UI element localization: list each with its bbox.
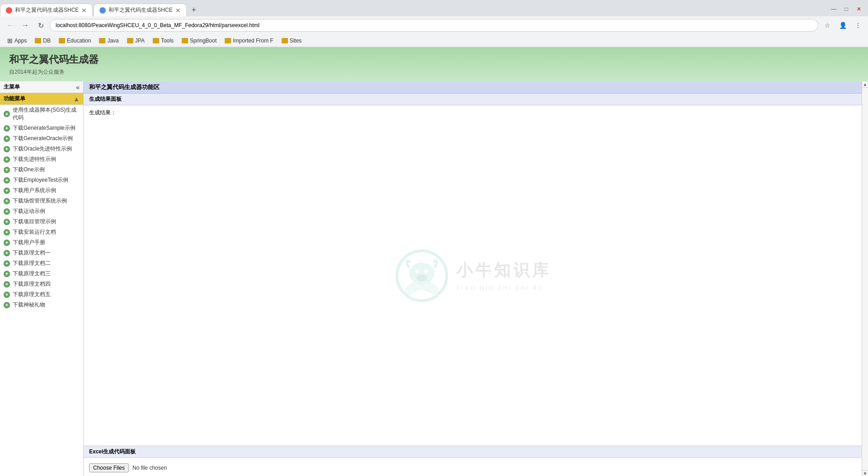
sidebar-item-item8[interactable]: 下载用户系统示例: [0, 185, 83, 196]
tab-close-btn[interactable]: ✕: [81, 7, 87, 14]
sidebar-item-icon: [4, 111, 10, 117]
sidebar-item-icon: [4, 188, 10, 194]
sidebar-item-item19[interactable]: 下载神秘礼物: [0, 300, 83, 310]
bookmark-label: Java: [107, 38, 118, 44]
folder-icon: [99, 38, 105, 43]
profile-icon[interactable]: 👤: [836, 19, 849, 32]
sidebar-item-icon: [4, 292, 10, 298]
sidebar-item-label: 下载原理文档二: [13, 259, 51, 267]
func-menu-label: 功能菜单: [4, 95, 25, 103]
sidebar-item-item11[interactable]: 下载项目管理示例: [0, 217, 83, 227]
sidebar-item-label: 下载用户手册: [13, 239, 45, 246]
sidebar-item-label: 下载GenerateSample示例: [13, 124, 75, 132]
main-menu-label: 主菜单: [4, 83, 20, 91]
bookmark-label: Imported From F: [233, 38, 273, 44]
sidebar-item-item14[interactable]: 下载原理文档一: [0, 248, 83, 258]
minimize-btn[interactable]: —: [828, 4, 839, 14]
sidebar-item-label: 下载Oracle先进特性示例: [13, 145, 72, 153]
sidebar-item-item2[interactable]: 下载GenerateSample示例: [0, 123, 83, 133]
svg-point-0: [397, 251, 447, 301]
bookmark-label: Sites: [290, 38, 302, 44]
reload-btn[interactable]: ↻: [34, 19, 47, 32]
bookmark-education[interactable]: Education: [55, 37, 94, 45]
sidebar-item-item5[interactable]: 下载先进特性示例: [0, 154, 83, 165]
folder-icon: [282, 38, 288, 43]
func-collapse-btn[interactable]: ▲: [73, 95, 80, 103]
bookmark-star-icon[interactable]: ☆: [821, 19, 834, 32]
result-panel-header: 生成结果面板: [84, 94, 862, 105]
sidebar-item-icon: [4, 229, 10, 236]
sidebar-item-item18[interactable]: 下载原理文档五: [0, 289, 83, 300]
sidebar-item-label: 下载先进特性示例: [13, 156, 56, 163]
back-btn[interactable]: ←: [4, 19, 16, 32]
bookmark-java[interactable]: Java: [95, 37, 122, 45]
bookmark-label: Tools: [161, 38, 174, 44]
apps-grid-icon: ⊞: [7, 37, 13, 44]
sidebar-item-item3[interactable]: 下载GenerateOracle示例: [0, 133, 83, 144]
sidebar-item-label: 下载用户系统示例: [13, 187, 56, 194]
sidebar-collapse-btn[interactable]: «: [76, 84, 80, 91]
svg-point-3: [425, 269, 428, 273]
choose-files-button[interactable]: Choose Files: [89, 463, 129, 472]
sidebar-item-icon: [4, 219, 10, 225]
sidebar-item-item17[interactable]: 下载原理文档四: [0, 279, 83, 289]
sidebar-item-icon: [4, 136, 10, 142]
bookmark-db[interactable]: DB: [31, 37, 54, 45]
browser-tab-tab1[interactable]: 和平之翼代码生成器SHCE ✕: [0, 4, 93, 16]
menu-icon[interactable]: ⋮: [852, 19, 864, 32]
sidebar-item-label: 下载One示例: [13, 166, 45, 174]
sidebar-item-icon: [4, 177, 10, 184]
sidebar-item-item13[interactable]: 下载用户手册: [0, 237, 83, 248]
tab-title: 和平之翼代码生成器SHCE: [108, 6, 172, 14]
sidebar-item-item7[interactable]: 下载EmployeeTest示例: [0, 175, 83, 185]
svg-point-2: [415, 269, 419, 273]
sidebar-item-item4[interactable]: 下载Oracle先进特性示例: [0, 144, 83, 154]
svg-point-4: [416, 274, 427, 282]
close-btn[interactable]: ✕: [854, 4, 864, 14]
folder-icon: [153, 38, 159, 43]
sidebar-item-item15[interactable]: 下载原理文档二: [0, 258, 83, 269]
new-tab-btn[interactable]: +: [188, 4, 200, 16]
bookmark-imported[interactable]: Imported From F: [221, 37, 277, 45]
watermark: 小牛知识库 XIAO NIU ZHI SHI KU: [395, 249, 551, 303]
sidebar-item-item9[interactable]: 下载场馆管理系统示例: [0, 196, 83, 206]
bookmark-sites[interactable]: Sites: [278, 37, 306, 45]
bookmark-label: JPA: [135, 38, 145, 44]
scroll-up-btn[interactable]: ▲: [862, 81, 868, 88]
sidebar-item-icon: [4, 260, 10, 267]
sidebar-item-item10[interactable]: 下载运动示例: [0, 206, 83, 217]
right-scrollbar[interactable]: ▲ ▼: [862, 81, 868, 476]
tab-favicon: [99, 7, 106, 14]
folder-icon: [59, 38, 65, 43]
bookmark-label: SpringBoot: [190, 38, 217, 44]
page-title: 和平之翼代码生成器: [9, 53, 859, 66]
sidebar-item-item6[interactable]: 下载One示例: [0, 165, 83, 175]
sidebar-item-label: 下载运动示例: [13, 207, 45, 215]
maximize-btn[interactable]: □: [841, 4, 852, 14]
bookmark-springboot[interactable]: SpringBoot: [178, 37, 220, 45]
scroll-track[interactable]: [862, 88, 868, 470]
sidebar-item-item1[interactable]: 使用生成器脚本(SGS)生成代码: [0, 105, 83, 123]
sidebar-item-icon: [4, 198, 10, 204]
bookmark-tools[interactable]: Tools: [149, 37, 177, 45]
sidebar-item-label: 下载原理文档五: [13, 291, 51, 298]
bookmark-jpa[interactable]: JPA: [123, 37, 148, 45]
sidebar-item-label: 下载安装运行文档: [13, 228, 56, 236]
forward-btn[interactable]: →: [19, 19, 32, 32]
sidebar-item-item12[interactable]: 下载安装运行文档: [0, 227, 83, 237]
bookmark-label: Education: [67, 38, 91, 44]
address-bar[interactable]: [50, 19, 818, 32]
page-subtitle: 自2014年起为公众服务: [9, 68, 859, 76]
sidebar-item-icon: [4, 250, 10, 256]
bookmark-apps[interactable]: ⊞Apps: [4, 36, 30, 45]
sidebar-item-icon: [4, 271, 10, 277]
sidebar-item-icon: [4, 125, 10, 132]
sidebar-item-item16[interactable]: 下载原理文档三: [0, 269, 83, 279]
sidebar-item-icon: [4, 281, 10, 287]
sidebar-item-label: 下载EmployeeTest示例: [13, 176, 68, 184]
scroll-down-btn[interactable]: ▼: [862, 470, 868, 476]
browser-tab-tab2[interactable]: 和平之翼代码生成器SHCE ✕: [94, 4, 186, 16]
folder-icon: [35, 38, 41, 43]
tab-close-btn[interactable]: ✕: [175, 7, 181, 14]
sidebar-item-label: 下载原理文档一: [13, 249, 51, 257]
